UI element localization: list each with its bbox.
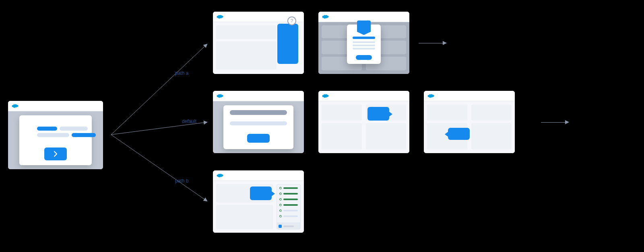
checklist-item [277,213,300,219]
cta-button [356,55,372,60]
next-button [44,148,67,160]
check-icon [279,193,282,195]
modal-card [223,105,293,149]
content-block [322,123,362,150]
content-block [366,123,406,150]
thumb-body: ? [213,22,304,74]
thumb-body [318,101,409,153]
thumb-body [213,101,304,153]
thumb-body [8,111,103,169]
salesforce-cloud-icon [322,93,329,98]
chevron-right-icon [52,151,59,157]
tooltip-bubble [448,128,470,140]
salesforce-cloud-icon [216,173,223,178]
thumb-header [213,170,304,181]
ribbon-icon [357,20,371,32]
cta-button [247,134,270,143]
modal-text-bar [230,121,287,125]
modal-title-bar [230,110,287,115]
checklist-panel [277,184,301,229]
thumb-body [424,101,515,153]
content-block [216,25,277,39]
card-text-line [72,133,96,137]
thumb-header [8,101,103,111]
thumb-a1-help-popover: ? [213,12,304,74]
content-block [471,123,512,150]
content-block [216,205,273,229]
thumb-body [213,181,304,233]
salesforce-cloud-icon [216,93,223,98]
arrow-a-continue [419,42,447,44]
checklist-item [277,197,300,202]
panel-footer [277,223,300,229]
thumb-d1-modal-prompt [213,91,304,153]
svg-line-2 [111,135,207,201]
checklist-item-bar [283,193,298,195]
checklist-item-bar [283,210,298,211]
salesforce-cloud-icon [427,93,434,98]
thumb-header [213,91,304,101]
thumb-d3-tooltip-left [424,91,515,153]
thumb-b1-side-checklist [213,170,304,233]
salesforce-cloud-icon [216,14,223,19]
salesforce-cloud-icon [322,14,329,19]
path-default-label: default [182,119,196,124]
card-text-line [353,48,375,49]
panel-footer-bar [283,225,294,227]
content-block [471,104,512,121]
branch-fan [103,0,220,252]
popover-overlay [277,24,298,64]
check-icon [279,198,282,201]
check-icon [279,204,282,206]
start-thumbnail [8,101,103,169]
checklist-item-bar [283,199,298,200]
thumb-a2-welcome-mat [318,12,409,74]
checklist-item-bar [283,187,298,189]
checklist-item-bar [283,204,298,206]
thumb-header [318,91,409,101]
check-icon [279,187,282,189]
card-text-line [60,127,88,131]
checklist-item [277,202,300,208]
card-text-line [37,127,57,131]
content-block [216,41,277,70]
path-a-label: path a [175,70,188,76]
tooltip-bubble [250,186,272,200]
salesforce-cloud-icon [11,103,19,109]
thumb-header [424,91,515,101]
path-b-label: path b [175,178,188,184]
card-text-line [353,37,375,39]
arrow-default-continue [541,121,569,123]
checklist-item [277,191,300,197]
content-block [427,104,467,121]
help-icon: ? [287,16,296,25]
panel-footer-icon [279,225,282,228]
decision-card [19,115,92,165]
thumb-d2-tooltip-right [318,91,409,153]
check-icon [279,215,282,217]
welcome-mat-card [347,25,381,64]
checklist-item [277,185,300,191]
tooltip-bubble [367,107,389,121]
content-block [322,104,362,121]
card-text-line [353,41,375,43]
card-text-line [37,133,69,137]
thumb-body [318,22,409,74]
card-text-line [353,45,375,46]
checklist-item-bar [283,215,298,217]
checklist-item [277,208,300,213]
check-icon [279,209,282,212]
